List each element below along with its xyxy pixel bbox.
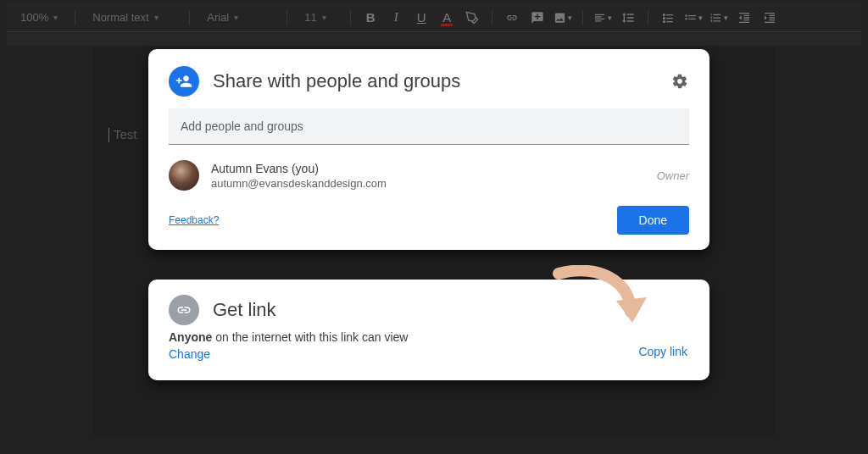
copy-link-button[interactable]: Copy link bbox=[638, 345, 687, 358]
get-link-title: Get link bbox=[213, 299, 689, 321]
person-email: autumn@evansdeskanddesign.com bbox=[211, 177, 645, 190]
get-link-card: Get link Anyone on the internet with thi… bbox=[148, 280, 709, 380]
person-row: Autumn Evans (you) autumn@evansdeskandde… bbox=[169, 157, 689, 202]
link-icon bbox=[169, 295, 199, 325]
done-button[interactable]: Done bbox=[617, 206, 689, 235]
avatar bbox=[169, 160, 199, 191]
share-dialog-title: Share with people and groups bbox=[213, 70, 657, 92]
add-people-input[interactable] bbox=[181, 119, 677, 133]
link-description: Anyone on the internet with this link ca… bbox=[169, 330, 689, 344]
change-link[interactable]: Change bbox=[169, 347, 210, 361]
person-name: Autumn Evans (you) bbox=[211, 162, 645, 175]
link-desc-bold: Anyone bbox=[169, 330, 212, 344]
person-role: Owner bbox=[657, 169, 689, 182]
settings-button[interactable] bbox=[670, 72, 689, 91]
share-dialog: Share with people and groups Autumn Evan… bbox=[148, 49, 709, 250]
feedback-link[interactable]: Feedback? bbox=[169, 214, 219, 226]
link-desc-rest: on the internet with this link can view bbox=[212, 330, 408, 344]
add-people-field-wrapper[interactable] bbox=[169, 108, 689, 145]
person-add-icon bbox=[169, 66, 199, 97]
